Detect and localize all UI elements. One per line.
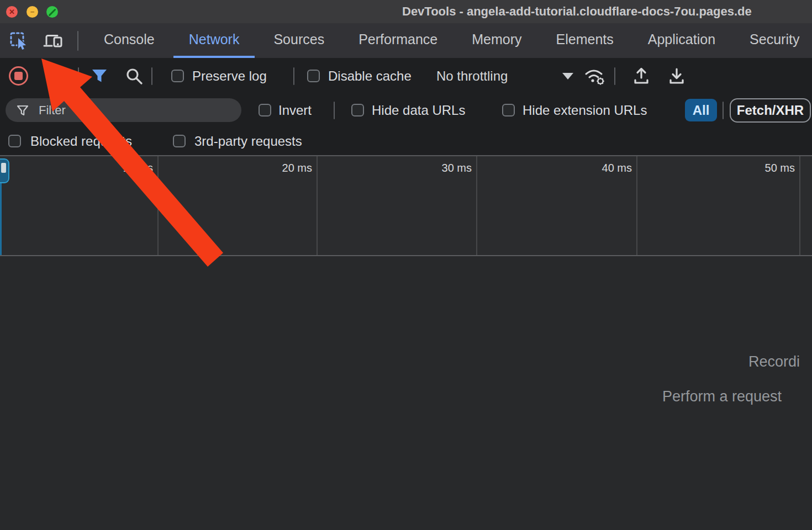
throttling-select[interactable]: No throttling [436,66,573,87]
devtools-window: { "window": { "title": "DevTools - angel… [0,0,812,530]
request-filter-bar: Blocked requests 3rd-party requests [0,127,812,156]
filter-toggle-button[interactable] [91,67,108,85]
grid-divider [636,156,637,255]
tick-label: 10 ms [92,162,153,174]
inspect-element-icon [9,31,29,51]
devtools-tabbar: Console Network Sources Performance Memo… [0,23,812,58]
import-har-button[interactable] [632,67,651,86]
third-party-requests-checkbox[interactable] [173,135,186,147]
funnel-outline-icon [17,104,29,116]
tab-performance[interactable]: Performance [343,23,453,58]
device-toolbar-button[interactable] [41,28,66,54]
overview-window-edge [0,183,2,255]
tabbar-divider [77,31,78,51]
fullscreen-icon[interactable] [46,6,58,18]
network-toolbar: Preserve log Disable cache No throttling [0,58,812,94]
filter-input-container[interactable] [6,98,241,122]
hide-data-urls-label: Hide data URLs [372,103,465,118]
tab-elements[interactable]: Elements [541,23,629,58]
download-icon [671,69,683,83]
overview-window-handle[interactable] [0,158,9,183]
filter-input[interactable] [39,103,215,118]
grid-divider [476,156,477,255]
toolbar-divider [151,67,152,85]
preserve-log-label: Preserve log [192,68,267,84]
tab-console[interactable]: Console [88,23,170,58]
export-har-button[interactable] [667,67,686,86]
tab-network[interactable]: Network [173,23,255,58]
wifi-icon [586,71,602,74]
handle-grip [1,163,6,173]
chevron-down-icon [562,73,573,80]
preserve-log-checkbox[interactable] [171,70,184,82]
titlebar: ✕ − DevTools - angela-add-tutorial.cloud… [0,0,812,23]
grid-divider [157,156,159,255]
toolbar-divider [78,67,79,85]
filter-divider [334,102,335,119]
record-network-log-button[interactable] [9,66,28,86]
filter-divider [723,102,724,119]
minimize-icon[interactable]: − [27,6,38,18]
recording-hint-line1: Recordi [748,353,800,370]
hide-extension-urls-checkbox[interactable] [502,104,515,116]
grid-divider [799,156,800,255]
slash-glyph [49,8,56,16]
hide-extension-urls-label: Hide extension URLs [523,103,647,118]
third-party-requests-label: 3rd-party requests [194,134,302,149]
disable-cache-checkbox[interactable] [307,70,320,82]
throttling-value: No throttling [436,68,508,84]
blocked-requests-checkbox[interactable] [8,135,21,147]
network-conditions-button[interactable] [583,66,608,86]
clear-button[interactable] [43,66,64,87]
tick-label: 20 ms [251,162,312,174]
record-icon [14,72,23,80]
funnel-icon [92,70,107,82]
toolbar-divider [293,67,294,85]
filter-type-all-button[interactable]: All [685,99,717,121]
window-title: DevTools - angela-add-tutorial.cloudflar… [402,0,752,23]
tab-sources[interactable]: Sources [258,23,340,58]
network-filter-bar: Invert Hide data URLs Hide extension URL… [0,94,812,127]
tab-memory[interactable]: Memory [456,23,537,58]
device-toolbar-icon [43,31,65,51]
inspect-element-button[interactable] [6,28,31,54]
disable-cache-label: Disable cache [328,68,412,84]
tab-application[interactable]: Application [632,23,731,58]
tick-label: 40 ms [571,162,632,174]
blocked-requests-label: Blocked requests [30,134,132,149]
invert-checkbox[interactable] [259,104,271,116]
recording-hint-line2: Perform a request [662,388,782,405]
tick-label: 30 ms [411,162,472,174]
upload-icon [635,69,647,83]
grid-divider [317,156,318,255]
close-icon[interactable]: ✕ [6,6,18,18]
search-button[interactable] [125,67,144,86]
tick-label: 50 ms [734,162,795,174]
tab-security[interactable]: Security [734,23,812,58]
invert-label: Invert [278,103,312,118]
toolbar-divider [614,67,615,85]
network-overview-timeline[interactable]: 10 ms 20 ms 30 ms 40 ms 50 ms [0,156,812,256]
hide-data-urls-checkbox[interactable] [351,104,364,116]
gear-icon [597,77,604,84]
filter-type-fetch-xhr-button[interactable]: Fetch/XHR [730,98,811,123]
panel-tabs: Console Network Sources Performance Memo… [88,23,812,58]
